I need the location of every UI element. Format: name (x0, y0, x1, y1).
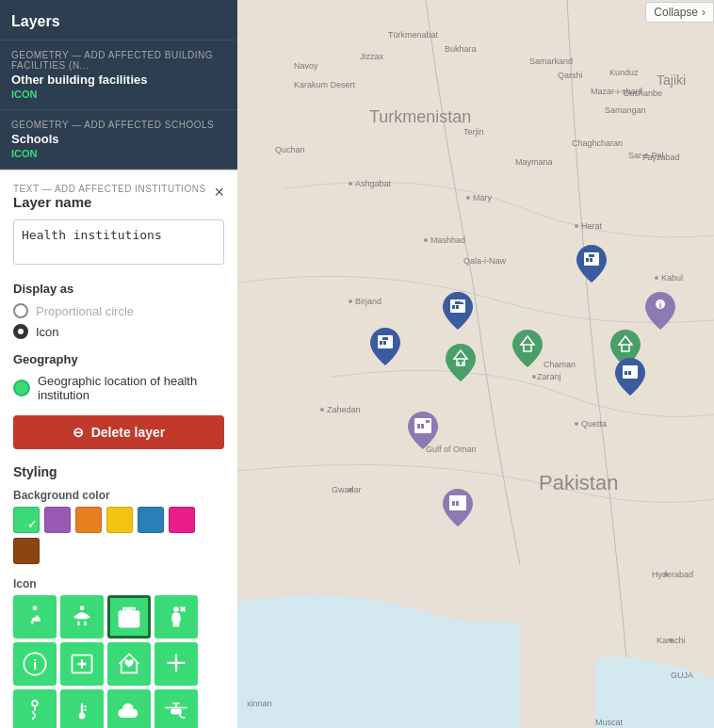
icon-building-affected[interactable]: Healthfacilityaffected (107, 595, 151, 639)
svg-text:Navoy: Navoy (294, 61, 318, 71)
svg-text:GUJA: GUJA (671, 671, 693, 680)
svg-text:Muscat: Muscat (595, 718, 624, 727)
layer-item-schools[interactable]: GEOMETRY — ADD AFFECTED SCHOOLS Schools … (0, 110, 237, 170)
icon-home-heart[interactable] (107, 642, 151, 686)
layer-tag-buildings: ICON (11, 89, 226, 100)
svg-rect-82 (586, 258, 589, 262)
svg-rect-95 (417, 424, 420, 429)
svg-text:Quchan: Quchan (275, 145, 305, 154)
svg-text:Karakum Desert: Karakum Desert (294, 80, 356, 89)
svg-text:Mary: Mary (473, 193, 492, 202)
svg-text:Mashhad: Mashhad (430, 235, 465, 245)
sidebar: Layers GEOMETRY — ADD AFFECTED BUILDING … (0, 0, 237, 728)
panel-title: Layer name (13, 194, 206, 210)
radio-icon-label: Icon (36, 325, 59, 339)
icon-label: Icon (13, 577, 224, 590)
icon-medical-cross[interactable] (154, 642, 198, 686)
svg-rect-90 (382, 337, 388, 340)
icon-snake[interactable] (13, 689, 57, 728)
svg-rect-78 (456, 305, 459, 309)
svg-rect-80 (461, 302, 463, 304)
radio-proportional-circle[interactable] (13, 303, 28, 318)
svg-text:Sar-e Pol: Sar-e Pol (628, 151, 664, 160)
panel-header: TEXT — ADD AFFECTED INSTITUTIONS Layer n… (13, 184, 224, 210)
geography-value: Geographic location of health institutio… (38, 374, 224, 402)
icon-cloud[interactable] (107, 689, 151, 728)
svg-text:Türkmenabat: Türkmenabat (388, 30, 439, 40)
map-marker-8[interactable] (612, 355, 648, 398)
icon-thermometer[interactable] (60, 689, 104, 728)
svg-point-30 (466, 196, 470, 200)
svg-point-5 (173, 607, 179, 612)
svg-text:Herat: Herat (581, 221, 603, 231)
display-as-label: Display as (13, 282, 224, 296)
map-marker-2[interactable] (574, 242, 609, 285)
color-swatch-pink[interactable] (169, 507, 195, 533)
svg-rect-4 (127, 623, 132, 627)
svg-text:Kunduz: Kunduz (609, 68, 639, 77)
svg-rect-14 (170, 709, 182, 715)
svg-text:Jizzax: Jizzax (360, 52, 384, 61)
color-swatch-orange[interactable] (75, 507, 102, 533)
svg-rect-89 (383, 341, 386, 345)
svg-point-36 (655, 276, 658, 280)
sidebar-title: Layers (0, 0, 237, 40)
icon-grid: Healthfacilityaffected i (13, 595, 224, 728)
svg-rect-88 (380, 341, 382, 345)
svg-rect-79 (455, 301, 461, 304)
delete-icon: ⊖ (73, 425, 84, 440)
svg-line-18 (180, 715, 182, 719)
panel-type-label: TEXT — ADD AFFECTED INSTITUTIONS (13, 184, 206, 194)
svg-rect-77 (452, 305, 455, 309)
radio-proportional[interactable]: Proportional circle (13, 303, 224, 318)
color-swatch-green[interactable] (13, 507, 40, 533)
icon-person-cross[interactable] (154, 595, 198, 639)
svg-rect-3 (130, 616, 133, 620)
delete-layer-button[interactable]: ⊖ Delete layer (13, 415, 224, 449)
icon-hospital-person[interactable] (60, 642, 104, 686)
icon-helicopter[interactable] (154, 689, 198, 728)
map-marker-1[interactable] (440, 289, 476, 332)
close-panel-button[interactable]: × (214, 184, 224, 201)
map-marker-6[interactable] (510, 327, 545, 370)
svg-point-40 (532, 375, 536, 379)
color-swatch-yellow[interactable] (106, 507, 133, 533)
layer-item-buildings[interactable]: GEOMETRY — ADD AFFECTED BUILDING FACILIT… (0, 40, 237, 110)
map-marker-10[interactable] (440, 486, 476, 529)
svg-text:Bukhara: Bukhara (445, 44, 477, 54)
svg-text:Chaman: Chaman (544, 360, 576, 369)
radio-icon[interactable]: Icon (13, 324, 224, 339)
svg-text:Dushanbe: Dushanbe (624, 89, 662, 98)
icon-person-fall[interactable] (13, 595, 57, 639)
svg-text:Zaranj: Zaranj (537, 372, 561, 381)
chevron-icon: › (702, 6, 706, 19)
styling-section: Styling Background color Icon (13, 464, 224, 728)
layer-edit-panel: TEXT — ADD AFFECTED INSTITUTIONS Layer n… (0, 170, 237, 728)
svg-text:Turkmenistan: Turkmenistan (369, 107, 471, 126)
svg-text:Qala-i-Naw: Qala-i-Naw (463, 256, 507, 266)
radio-icon-circle[interactable] (13, 324, 28, 339)
svg-text:Tajiki: Tajiki (657, 73, 686, 88)
map-marker-4[interactable] (367, 325, 403, 368)
geography-label: Geography (13, 352, 224, 366)
layer-type-schools: GEOMETRY — ADD AFFECTED SCHOOLS (11, 120, 226, 130)
svg-text:Kabul: Kabul (661, 273, 683, 283)
layer-name-buildings: Other building facilities (11, 73, 226, 87)
svg-point-44 (349, 299, 352, 303)
map-marker-3[interactable]: i (642, 289, 678, 332)
color-swatch-brown[interactable] (13, 538, 40, 564)
color-swatch-purple[interactable] (44, 507, 71, 533)
icon-person-affected[interactable] (60, 595, 104, 639)
layer-name-input[interactable]: Health institutions (13, 219, 224, 265)
map-marker-5[interactable] (443, 341, 479, 384)
collapse-button[interactable]: Collapse › (645, 2, 714, 23)
color-swatch-blue[interactable] (138, 507, 164, 533)
svg-text:Samarkand: Samarkand (529, 57, 573, 66)
map-marker-9[interactable] (405, 409, 441, 452)
icon-info[interactable]: i (13, 642, 57, 686)
map-area[interactable]: Collapse › Turkmenistan Pakistan Tajiki … (237, 0, 714, 728)
geography-icon (13, 380, 30, 396)
svg-point-28 (349, 182, 352, 186)
svg-text:i: i (33, 656, 37, 672)
display-as-group: Proportional circle Icon (13, 303, 224, 339)
